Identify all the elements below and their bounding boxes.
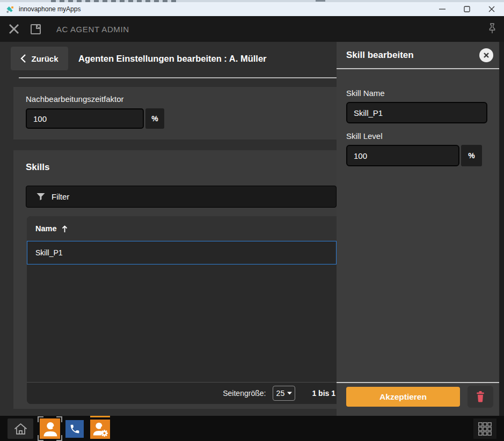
home-button[interactable] — [8, 418, 33, 439]
maximize-icon — [464, 6, 470, 12]
app-grid-icon — [478, 422, 492, 436]
panel-footer-separator — [337, 382, 499, 383]
skills-table-header[interactable]: Name — [27, 216, 337, 241]
skill-level-unit: % — [461, 145, 482, 166]
panel-title: Skill bearbeiten — [346, 50, 414, 61]
selection-bracket — [38, 416, 43, 422]
filter-label: Filter — [52, 192, 69, 201]
innovaphone-logo-icon — [5, 5, 14, 14]
skill-name-input-row — [346, 102, 490, 123]
skills-table: Name Skill_P1 Seitengröße: 25 — [27, 216, 337, 404]
skills-heading: Skills — [13, 150, 337, 173]
skill-edit-panel: Skill bearbeiten Skill Name Skill Level — [337, 42, 499, 416]
minimize-icon — [439, 6, 445, 12]
header-separator — [19, 77, 337, 78]
skills-table-footer: Seitengröße: 25 1 bis 1 — [27, 382, 337, 404]
panel-close-icon — [483, 52, 490, 58]
skills-card: Skills Filter Name — [13, 150, 337, 409]
active-app-indicator — [90, 416, 110, 417]
delete-skill-button[interactable] — [468, 386, 493, 408]
skill-level-input[interactable] — [346, 145, 459, 166]
chevron-left-icon — [20, 54, 26, 63]
page-title: Agenten Einstellungen bearbeiten : A. Mü… — [78, 54, 267, 64]
back-button[interactable]: Zurück — [11, 47, 68, 70]
trash-icon — [475, 391, 486, 403]
skill-row-name: Skill_P1 — [35, 248, 63, 257]
skills-table-empty-body — [27, 264, 337, 382]
app-grid-button[interactable] — [473, 418, 496, 439]
app-content: Zurück Agenten Einstellungen bearbeiten … — [0, 42, 504, 416]
skill-row-selected[interactable]: Skill_P1 — [27, 241, 337, 264]
title-bar: innovaphone myApps — [0, 2, 504, 16]
home-icon — [13, 422, 28, 436]
pagination-range: 1 bis 1 — [312, 389, 335, 398]
minimize-button[interactable] — [430, 2, 455, 16]
page-size-label: Seitengröße: — [223, 389, 266, 398]
column-name-label: Name — [35, 224, 57, 233]
close-icon — [488, 6, 495, 12]
panel-header-separator — [337, 68, 499, 69]
panel-close-button[interactable] — [479, 48, 493, 62]
accept-button[interactable]: Akzeptieren — [346, 387, 460, 407]
open-in-window-icon[interactable] — [30, 23, 42, 35]
phone-app-tile[interactable] — [65, 420, 84, 438]
myapps-window: innovaphone myApps — [0, 0, 504, 441]
page-header: Zurück Agenten Einstellungen bearbeiten … — [11, 47, 267, 70]
wrapup-factor-card: Nachbearbeitungszeitfaktor % — [13, 87, 337, 139]
agent-admin-app-tile[interactable] — [90, 420, 110, 439]
window-controls — [430, 2, 504, 16]
pin-icon[interactable] — [487, 23, 498, 35]
filter-funnel-icon — [36, 193, 45, 201]
background-window-text-fragment — [316, 0, 325, 2]
selection-bracket — [56, 416, 62, 422]
sort-ascending-icon — [62, 225, 68, 233]
wrapup-factor-input[interactable] — [26, 108, 144, 129]
app-header-bar: AC AGENT ADMIN — [0, 16, 504, 42]
wrapup-factor-input-row: % — [26, 108, 337, 129]
skills-filter-bar[interactable]: Filter — [26, 186, 337, 208]
agent-admin-icon — [92, 421, 109, 438]
phone-icon — [69, 423, 81, 435]
close-app-button[interactable] — [7, 22, 21, 36]
close-app-icon — [8, 23, 20, 35]
selection-bracket — [38, 435, 43, 441]
app-title: AC AGENT ADMIN — [56, 25, 129, 34]
selection-bracket — [56, 435, 62, 441]
skill-name-label: Skill Name — [346, 89, 490, 98]
taskbar — [0, 416, 504, 441]
panel-body: Skill Name Skill Level % — [337, 89, 499, 166]
main-area: Zurück Agenten Einstellungen bearbeiten … — [0, 42, 337, 416]
close-window-button[interactable] — [479, 2, 504, 16]
skill-level-input-row: % — [346, 145, 490, 166]
caret-down-icon — [287, 392, 292, 395]
page-size-value: 25 — [276, 389, 285, 398]
page-size-dropdown[interactable]: 25 — [273, 386, 295, 401]
skill-level-label: Skill Level — [346, 131, 490, 141]
window-right-margin — [499, 42, 504, 416]
wrapup-factor-label: Nachbearbeitungszeitfaktor — [26, 87, 337, 104]
panel-header: Skill bearbeiten — [337, 42, 499, 68]
agent-app-tile[interactable] — [40, 418, 60, 439]
back-button-label: Zurück — [31, 54, 58, 63]
skill-name-input[interactable] — [346, 102, 487, 123]
maximize-button[interactable] — [455, 2, 479, 16]
window-title: innovaphone myApps — [19, 5, 81, 13]
wrapup-factor-unit: % — [145, 108, 164, 129]
